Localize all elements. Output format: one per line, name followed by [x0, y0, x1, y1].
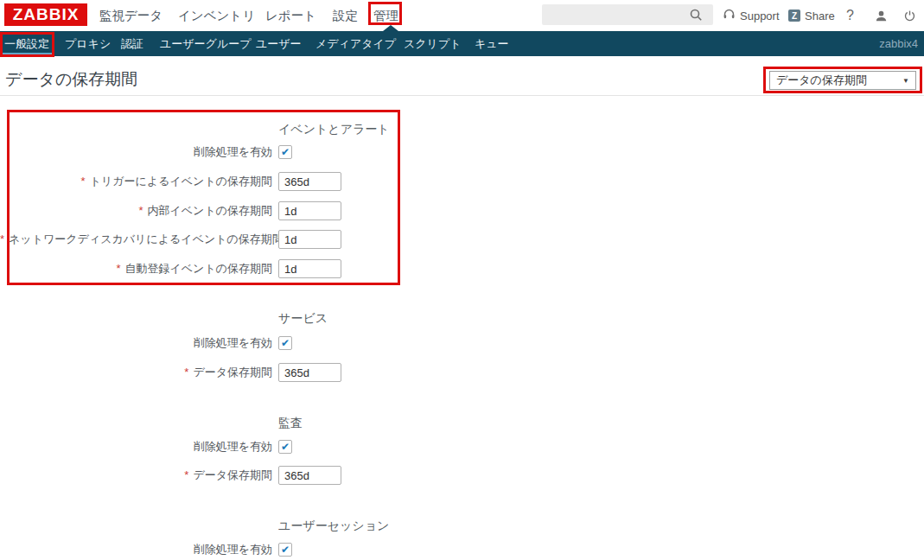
input-autoreg-event-storage[interactable]: [278, 259, 341, 278]
field-label-autoreg-event-storage: *自動登録イベントの保存期間: [0, 259, 272, 278]
field-label-services-storage: *データ保存期間: [0, 363, 272, 382]
input-audit-storage[interactable]: [278, 466, 341, 485]
subnav-queue[interactable]: キュー: [475, 31, 509, 56]
checkbox-services-enable-housekeeping[interactable]: ✔: [278, 336, 292, 350]
menu-monitoring[interactable]: 監視データ: [99, 0, 162, 31]
search-input[interactable]: [542, 4, 713, 25]
logout-power-icon[interactable]: [903, 0, 916, 31]
required-marker: *: [184, 468, 188, 481]
support-link[interactable]: Support: [723, 0, 780, 31]
required-marker: *: [0, 232, 4, 245]
field-label-audit-storage: *データ保存期間: [0, 466, 272, 485]
required-marker: *: [138, 204, 143, 217]
zabbix-logo-text: ZABBIX: [13, 5, 80, 24]
server-name-label: zabbix4: [879, 31, 918, 56]
input-trigger-event-storage[interactable]: [278, 172, 341, 191]
subnav-media-types[interactable]: メディアタイプ: [315, 31, 396, 56]
menu-reports[interactable]: レポート: [265, 0, 316, 31]
check-icon: ✔: [281, 442, 290, 452]
field-label-discovery-event-storage: *ネットワークディスカバリによるイベントの保存期間: [0, 230, 272, 249]
field-label-enable-housekeeping: 削除処理を有効: [0, 143, 272, 162]
field-label-services-enable-housekeeping: 削除処理を有効: [0, 334, 272, 353]
support-label: Support: [740, 10, 780, 22]
field-label-trigger-event-storage: *トリガーによるイベントの保存期間: [0, 172, 272, 191]
checkbox-audit-enable-housekeeping[interactable]: ✔: [278, 440, 292, 454]
checkbox-events-enable-housekeeping[interactable]: ✔: [278, 145, 292, 159]
input-discovery-event-storage[interactable]: [278, 230, 341, 249]
required-marker: *: [81, 175, 86, 188]
admin-subnav: 一般設定 プロキシ 認証 ユーザーグループ ユーザー メディアタイプ スクリプト…: [0, 31, 924, 56]
field-label-sessions-enable-housekeeping: 削除処理を有効: [0, 540, 272, 559]
input-internal-event-storage[interactable]: [278, 201, 341, 220]
search-icon[interactable]: [689, 8, 703, 25]
subnav-user-groups[interactable]: ユーザーグループ: [160, 31, 252, 56]
section-title-events-alerts: イベントとアラート: [278, 122, 390, 137]
title-divider: [0, 95, 924, 96]
section-title-audit: 監査: [278, 416, 303, 431]
input-services-storage[interactable]: [278, 363, 341, 382]
active-tab-underline: [3, 53, 52, 56]
check-icon: ✔: [281, 544, 290, 555]
menu-configuration[interactable]: 設定: [333, 0, 358, 31]
section-title-user-sessions: ユーザーセッション: [278, 519, 389, 534]
section-title-services: サービス: [278, 311, 328, 327]
share-label: Share: [805, 10, 835, 22]
subnav-pointer-arrow: [383, 25, 398, 31]
check-icon: ✔: [281, 147, 290, 157]
zabbix-admin-screen: ZABBIX 監視データ インベントリ レポート 設定 管理 Support: [0, 0, 924, 560]
section-dropdown[interactable]: データの保存期間 ▼: [769, 71, 916, 90]
zabbix-logo[interactable]: ZABBIX: [4, 3, 87, 26]
field-label-internal-event-storage: *内部イベントの保存期間: [0, 201, 272, 220]
required-marker: *: [184, 366, 188, 379]
checkbox-sessions-enable-housekeeping[interactable]: ✔: [278, 543, 292, 557]
required-marker: *: [116, 262, 120, 275]
chevron-down-icon: ▼: [902, 77, 909, 85]
subnav-proxies[interactable]: プロキシ: [65, 31, 111, 56]
help-icon[interactable]: ?: [846, 0, 854, 31]
subnav-authentication[interactable]: 認証: [121, 31, 143, 56]
menu-inventory[interactable]: インベントリ: [178, 0, 255, 31]
subnav-scripts[interactable]: スクリプト: [404, 31, 462, 56]
field-label-audit-enable-housekeeping: 削除処理を有効: [0, 437, 272, 456]
check-icon: ✔: [281, 338, 290, 348]
page-title: データの保存期間: [5, 68, 137, 91]
subnav-users[interactable]: ユーザー: [256, 31, 302, 56]
section-dropdown-value: データの保存期間: [776, 73, 867, 88]
zabbix-share-icon: Z: [788, 10, 800, 22]
user-profile-icon[interactable]: [874, 0, 889, 31]
share-link[interactable]: Z Share: [788, 0, 835, 31]
top-header: ZABBIX 監視データ インベントリ レポート 設定 管理 Support: [0, 0, 924, 31]
headset-icon: [723, 8, 736, 23]
